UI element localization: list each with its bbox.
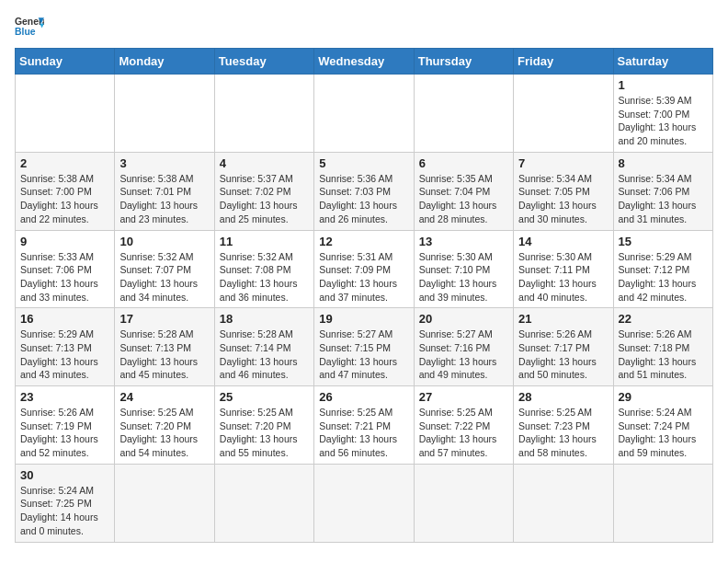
calendar-day-cell: 26Sunrise: 5:25 AM Sunset: 7:21 PM Dayli… [314,386,414,465]
day-info: Sunrise: 5:36 AM Sunset: 7:03 PM Dayligh… [319,172,408,226]
day-info: Sunrise: 5:38 AM Sunset: 7:00 PM Dayligh… [20,172,109,226]
calendar-day-cell [115,75,214,153]
calendar-day-cell: 30Sunrise: 5:24 AM Sunset: 7:25 PM Dayli… [16,464,115,542]
day-number: 30 [20,468,109,482]
day-number: 12 [319,235,408,248]
day-info: Sunrise: 5:31 AM Sunset: 7:09 PM Dayligh… [319,250,408,304]
calendar-day-cell [414,464,513,542]
calendar-week-row: 2Sunrise: 5:38 AM Sunset: 7:00 PM Daylig… [16,152,713,230]
calendar-day-cell [314,464,414,542]
day-info: Sunrise: 5:26 AM Sunset: 7:17 PM Dayligh… [518,327,608,382]
day-number: 24 [119,390,209,404]
day-number: 27 [419,390,508,404]
day-info: Sunrise: 5:34 AM Sunset: 7:05 PM Dayligh… [518,172,608,226]
day-info: Sunrise: 5:26 AM Sunset: 7:18 PM Dayligh… [619,327,708,382]
day-info: Sunrise: 5:29 AM Sunset: 7:13 PM Dayligh… [20,327,109,382]
svg-text:Blue: Blue [15,27,36,37]
logo-icon: General Blue [15,15,44,40]
day-info: Sunrise: 5:38 AM Sunset: 7:01 PM Dayligh… [119,172,209,226]
calendar-day-cell: 10Sunrise: 5:32 AM Sunset: 7:07 PM Dayli… [115,230,214,308]
calendar-day-cell [115,464,214,542]
day-number: 4 [220,156,309,170]
calendar-day-cell: 5Sunrise: 5:36 AM Sunset: 7:03 PM Daylig… [314,152,414,230]
page-header: General Blue [15,15,713,40]
day-number: 23 [20,390,109,404]
day-number: 21 [518,312,608,326]
calendar-body: 1Sunrise: 5:39 AM Sunset: 7:00 PM Daylig… [16,75,713,543]
calendar-day-cell: 24Sunrise: 5:25 AM Sunset: 7:20 PM Dayli… [115,386,214,465]
day-number: 11 [220,235,309,248]
calendar-day-cell [16,75,115,153]
day-info: Sunrise: 5:25 AM Sunset: 7:20 PM Dayligh… [119,406,209,460]
day-number: 1 [619,78,708,92]
day-number: 5 [319,156,408,170]
day-info: Sunrise: 5:29 AM Sunset: 7:12 PM Dayligh… [619,250,708,304]
day-info: Sunrise: 5:34 AM Sunset: 7:06 PM Dayligh… [619,172,708,226]
calendar-day-cell: 2Sunrise: 5:38 AM Sunset: 7:00 PM Daylig… [16,152,115,230]
weekday-header-cell: Wednesday [314,49,414,75]
day-number: 18 [220,312,309,326]
logo: General Blue [15,15,44,40]
day-info: Sunrise: 5:28 AM Sunset: 7:13 PM Dayligh… [119,327,209,382]
day-number: 26 [319,390,408,404]
calendar-day-cell: 25Sunrise: 5:25 AM Sunset: 7:20 PM Dayli… [214,386,313,465]
day-number: 10 [119,235,209,248]
day-number: 13 [419,235,508,248]
day-number: 2 [20,156,109,170]
weekday-header-cell: Saturday [613,49,712,75]
calendar-day-cell: 15Sunrise: 5:29 AM Sunset: 7:12 PM Dayli… [613,230,712,308]
day-info: Sunrise: 5:25 AM Sunset: 7:21 PM Dayligh… [319,406,408,460]
day-number: 25 [220,390,309,404]
day-info: Sunrise: 5:27 AM Sunset: 7:15 PM Dayligh… [319,327,408,382]
day-info: Sunrise: 5:25 AM Sunset: 7:22 PM Dayligh… [419,406,508,460]
calendar-day-cell [214,464,313,542]
day-number: 14 [518,235,608,248]
calendar-day-cell: 19Sunrise: 5:27 AM Sunset: 7:15 PM Dayli… [314,308,414,386]
weekday-header-cell: Tuesday [214,49,313,75]
calendar-day-cell: 7Sunrise: 5:34 AM Sunset: 7:05 PM Daylig… [514,152,613,230]
day-number: 16 [20,312,109,326]
calendar-day-cell: 17Sunrise: 5:28 AM Sunset: 7:13 PM Dayli… [115,308,214,386]
day-info: Sunrise: 5:26 AM Sunset: 7:19 PM Dayligh… [20,406,109,460]
weekday-header-cell: Thursday [414,49,513,75]
day-number: 17 [119,312,209,326]
day-number: 22 [619,312,708,326]
calendar-day-cell: 20Sunrise: 5:27 AM Sunset: 7:16 PM Dayli… [414,308,513,386]
calendar-week-row: 16Sunrise: 5:29 AM Sunset: 7:13 PM Dayli… [16,308,713,386]
day-info: Sunrise: 5:24 AM Sunset: 7:25 PM Dayligh… [20,484,109,538]
calendar-day-cell [314,75,414,153]
calendar-day-cell: 28Sunrise: 5:25 AM Sunset: 7:23 PM Dayli… [514,386,613,465]
calendar-day-cell [414,75,513,153]
calendar-week-row: 9Sunrise: 5:33 AM Sunset: 7:06 PM Daylig… [16,230,713,308]
day-info: Sunrise: 5:30 AM Sunset: 7:11 PM Dayligh… [518,250,608,304]
weekday-header-cell: Sunday [16,49,115,75]
calendar-day-cell: 22Sunrise: 5:26 AM Sunset: 7:18 PM Dayli… [613,308,712,386]
day-number: 19 [319,312,408,326]
calendar-week-row: 23Sunrise: 5:26 AM Sunset: 7:19 PM Dayli… [16,386,713,465]
calendar-day-cell [514,75,613,153]
calendar-day-cell: 27Sunrise: 5:25 AM Sunset: 7:22 PM Dayli… [414,386,513,465]
day-number: 3 [119,156,209,170]
calendar-day-cell: 4Sunrise: 5:37 AM Sunset: 7:02 PM Daylig… [214,152,313,230]
day-number: 8 [619,156,708,170]
day-info: Sunrise: 5:37 AM Sunset: 7:02 PM Dayligh… [220,172,309,226]
day-info: Sunrise: 5:33 AM Sunset: 7:06 PM Dayligh… [20,250,109,304]
calendar-day-cell: 6Sunrise: 5:35 AM Sunset: 7:04 PM Daylig… [414,152,513,230]
calendar-day-cell [214,75,313,153]
calendar-week-row: 30Sunrise: 5:24 AM Sunset: 7:25 PM Dayli… [16,464,713,542]
day-info: Sunrise: 5:25 AM Sunset: 7:23 PM Dayligh… [518,406,608,460]
day-number: 28 [518,390,608,404]
weekday-header-cell: Monday [115,49,214,75]
day-info: Sunrise: 5:35 AM Sunset: 7:04 PM Dayligh… [419,172,508,226]
calendar-day-cell [613,464,712,542]
calendar-day-cell: 8Sunrise: 5:34 AM Sunset: 7:06 PM Daylig… [613,152,712,230]
calendar-day-cell: 18Sunrise: 5:28 AM Sunset: 7:14 PM Dayli… [214,308,313,386]
calendar-day-cell: 16Sunrise: 5:29 AM Sunset: 7:13 PM Dayli… [16,308,115,386]
day-info: Sunrise: 5:30 AM Sunset: 7:10 PM Dayligh… [419,250,508,304]
calendar-day-cell: 11Sunrise: 5:32 AM Sunset: 7:08 PM Dayli… [214,230,313,308]
day-number: 15 [619,235,708,248]
day-number: 20 [419,312,508,326]
calendar-table: SundayMondayTuesdayWednesdayThursdayFrid… [15,48,713,543]
day-info: Sunrise: 5:24 AM Sunset: 7:24 PM Dayligh… [619,406,708,460]
weekday-header-cell: Friday [514,49,613,75]
